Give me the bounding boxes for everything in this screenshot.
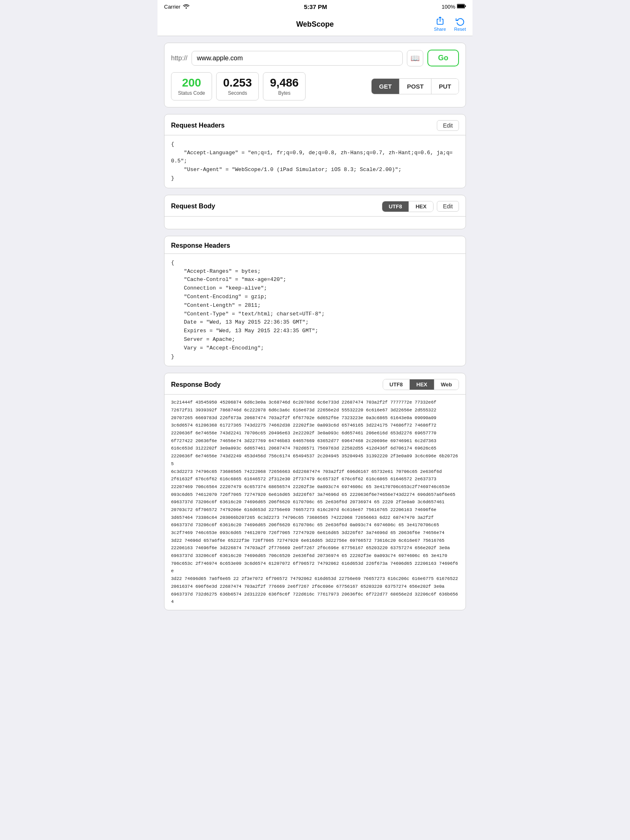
request-body-content bbox=[164, 217, 466, 229]
svg-rect-2 bbox=[457, 5, 464, 8]
response-headers-title: Response Headers bbox=[171, 242, 230, 249]
response-headers-content: { "Accept-Ranges" = bytes; "Cache-Contro… bbox=[164, 254, 466, 366]
status-code-box: 200 Status Code bbox=[171, 72, 212, 100]
request-body-toggle-group: UTF8 HEX bbox=[382, 201, 434, 212]
response-body-content: 3c21444f 43545950 45206874 6d6c3e0a 3c68… bbox=[164, 395, 466, 610]
request-headers-content: { "Accept-Language" = "en;q=1, fr;q=0.9,… bbox=[164, 135, 466, 188]
response-body-header: Response Body UTF8 HEX Web bbox=[164, 373, 466, 395]
status-code-value: 200 bbox=[178, 77, 205, 89]
request-body-card: Request Body UTF8 HEX Edit bbox=[164, 195, 466, 229]
battery-icon bbox=[457, 4, 466, 10]
status-bar-time: 5:37 PM bbox=[304, 3, 327, 10]
time-label: Seconds bbox=[223, 90, 252, 96]
response-body-title: Response Body bbox=[171, 381, 221, 388]
response-body-hex-button[interactable]: HEX bbox=[410, 379, 434, 390]
url-row: http:// 📖 Go bbox=[171, 50, 459, 66]
go-button[interactable]: Go bbox=[427, 50, 459, 66]
battery-label: 100% bbox=[442, 4, 455, 10]
status-bar-right: 100% bbox=[442, 4, 466, 10]
share-label: Share bbox=[434, 27, 446, 32]
url-input[interactable] bbox=[192, 51, 403, 66]
response-body-web-button[interactable]: Web bbox=[434, 379, 459, 390]
nav-bar: WebScope Share Reset bbox=[158, 14, 472, 36]
url-prefix: http:// bbox=[171, 55, 187, 62]
response-body-utf8-button[interactable]: UTF8 bbox=[383, 379, 410, 390]
request-headers-title: Request Headers bbox=[171, 122, 225, 129]
request-body-utf8-button[interactable]: UTF8 bbox=[382, 201, 409, 212]
main-content: http:// 📖 Go 200 Status Code 0.253 Secon… bbox=[158, 36, 472, 617]
method-post-button[interactable]: POST bbox=[399, 79, 431, 94]
svg-rect-3 bbox=[465, 5, 466, 7]
nav-actions: Share Reset bbox=[434, 17, 466, 32]
request-headers-card: Request Headers Edit { "Accept-Language"… bbox=[164, 114, 466, 188]
share-button[interactable]: Share bbox=[434, 17, 446, 32]
time-value: 0.253 bbox=[223, 77, 252, 89]
request-body-hex-button[interactable]: HEX bbox=[409, 201, 433, 212]
method-group: GET POST PUT bbox=[371, 78, 459, 94]
method-get-button[interactable]: GET bbox=[372, 79, 399, 94]
bookmark-button[interactable]: 📖 bbox=[407, 50, 423, 66]
response-body-card: Response Body UTF8 HEX Web 3c21444f 4354… bbox=[164, 373, 466, 610]
bytes-box: 9,486 Bytes bbox=[263, 72, 306, 100]
request-headers-header: Request Headers Edit bbox=[164, 114, 466, 135]
method-put-button[interactable]: PUT bbox=[431, 79, 459, 94]
reset-button[interactable]: Reset bbox=[454, 17, 466, 32]
url-stats-card: http:// 📖 Go 200 Status Code 0.253 Secon… bbox=[164, 43, 466, 107]
status-bar: Carrier 5:37 PM 100% bbox=[158, 0, 472, 14]
request-headers-edit-button[interactable]: Edit bbox=[437, 120, 459, 131]
response-headers-card: Response Headers { "Accept-Ranges" = byt… bbox=[164, 236, 466, 367]
reset-icon bbox=[456, 17, 465, 26]
share-icon bbox=[436, 17, 445, 26]
carrier-label: Carrier bbox=[164, 4, 180, 10]
nav-title: WebScope bbox=[296, 20, 334, 29]
response-headers-header: Response Headers bbox=[164, 236, 466, 254]
bytes-value: 9,486 bbox=[270, 77, 299, 89]
bookmark-icon: 📖 bbox=[411, 54, 420, 63]
stats-row: 200 Status Code 0.253 Seconds 9,486 Byte… bbox=[171, 72, 459, 100]
status-bar-left: Carrier bbox=[164, 4, 189, 10]
bytes-label: Bytes bbox=[270, 90, 299, 96]
url-section: http:// 📖 Go 200 Status Code 0.253 Secon… bbox=[164, 43, 466, 107]
reset-label: Reset bbox=[454, 27, 466, 32]
request-body-header: Request Body UTF8 HEX Edit bbox=[164, 195, 466, 217]
time-box: 0.253 Seconds bbox=[216, 72, 259, 100]
request-body-title: Request Body bbox=[171, 203, 215, 210]
status-code-label: Status Code bbox=[178, 90, 205, 96]
response-body-toggle-group: UTF8 HEX Web bbox=[383, 379, 459, 390]
wifi-icon bbox=[183, 4, 189, 10]
svg-point-0 bbox=[185, 7, 187, 9]
request-body-edit-button[interactable]: Edit bbox=[437, 201, 459, 212]
